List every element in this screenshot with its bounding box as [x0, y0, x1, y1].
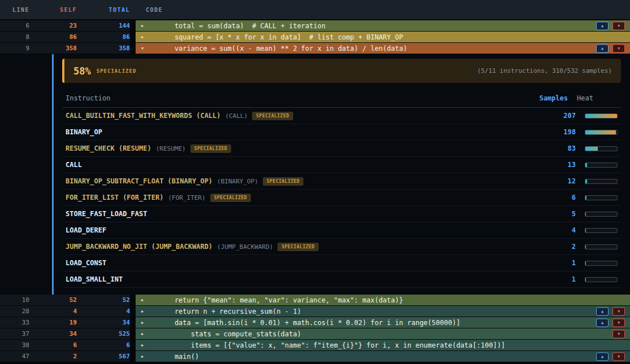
instruction-table: Instruction Samples Heat CALL_BUILTIN_FA… [62, 90, 621, 288]
code-line-row[interactable]: 8 86 86 ▶ squared = [x * x for x in data… [0, 32, 630, 42]
instruction-name: JUMP_BACKWARD_NO_JIT (JUMP_BACKWARD) [66, 243, 212, 251]
instruction-name-cell: LOAD_DEREF [66, 226, 531, 234]
code-line-row[interactable]: 37 34 525 ▶ stats = compute_stats(data) … [0, 328, 630, 339]
instruction-row: CALL_BUILTIN_FAST_WITH_KEYWORDS (CALL) (… [62, 108, 621, 124]
instruction-name: BINARY_OP_SUBTRACT_FLOAT (BINARY_OP) [66, 177, 212, 185]
code-line-row[interactable]: 6 23 144 ▶ total = sum(data) # CALL + it… [0, 20, 630, 31]
line-gutter: 8 86 86 [0, 32, 130, 42]
jump-down-button[interactable]: ▼ [612, 330, 625, 338]
line-number: 33 [0, 319, 29, 326]
line-number: 6 [0, 22, 29, 29]
heat-fill-icon [585, 179, 587, 183]
line-gutter: 10 52 52 [0, 295, 130, 305]
expand-marker-icon[interactable]: ▶ [141, 332, 149, 336]
instruction-samples: 13 [531, 161, 576, 169]
instruction-name: LOAD_DEREF [66, 226, 106, 234]
expand-marker-icon[interactable]: ▶ [141, 343, 149, 348]
code-line-row[interactable]: 28 4 4 ▶ return n + recursive_sum(n - 1)… [0, 306, 630, 317]
expand-marker-icon[interactable]: ▶ [141, 321, 149, 325]
expand-marker-icon[interactable]: ▶ [141, 298, 149, 302]
heat-bar [585, 130, 618, 135]
heat-bar [585, 163, 618, 168]
jump-down-button[interactable]: ▼ [612, 307, 625, 315]
instruction-name-cell: CALL [66, 161, 531, 169]
heat-fill-icon [585, 196, 586, 200]
line-gutter: 28 4 4 [0, 306, 130, 317]
row-nav-buttons: ▲ ▼ [596, 21, 625, 30]
heat-bar [585, 146, 618, 151]
line-gutter: 9 358 358 [0, 43, 130, 54]
sample-summary-text: (5/11 instructions, 310/532 samples) [477, 67, 612, 74]
self-samples: 34 [29, 330, 77, 337]
jump-up-button[interactable]: ▲ [596, 307, 609, 315]
jump-down-button[interactable]: ▼ [612, 318, 625, 327]
line-gutter: 6 23 144 [0, 20, 130, 31]
jump-up-button[interactable]: ▲ [596, 352, 609, 361]
instruction-row: JUMP_BACKWARD_NO_JIT (JUMP_BACKWARD) (JU… [62, 239, 621, 255]
instruction-samples: 4 [531, 226, 576, 234]
row-nav-buttons: ▲ ▼ [596, 318, 625, 327]
code-cell[interactable]: ▶ main() ▲ ▼ [136, 351, 630, 362]
jump-up-button[interactable]: ▲ [596, 318, 609, 327]
self-samples: 86 [29, 33, 77, 41]
code-line-row[interactable]: 33 19 34 ▶ data = [math.sin(i * 0.01) + … [0, 317, 630, 328]
instruction-name-cell: RESUME_CHECK (RESUME) (RESUME) SPECIALIZ… [66, 144, 531, 153]
jump-down-button[interactable]: ▼ [612, 21, 625, 30]
instruction-row: LOAD_DEREF 4 [62, 222, 621, 239]
heat-bar [585, 228, 618, 233]
total-samples: 358 [77, 45, 130, 52]
code-cell[interactable]: ▶ items = [{"value": x, "name": f"item_{… [136, 340, 630, 350]
specialized-percent: 58% [73, 65, 91, 77]
code-cell[interactable]: ▶ squared = [x * x for x in data] # list… [136, 32, 630, 42]
jump-down-button[interactable]: ▼ [612, 44, 625, 52]
code-rows-top: 6 23 144 ▶ total = sum(data) # CALL + it… [0, 20, 630, 54]
jump-up-button[interactable]: ▲ [596, 21, 609, 30]
instruction-samples: 12 [531, 177, 576, 185]
expand-marker-icon[interactable]: ▶ [141, 24, 149, 28]
expand-marker-icon[interactable]: ▼ [141, 46, 149, 51]
code-cell[interactable]: ▶ stats = compute_stats(data) ▼ [136, 328, 630, 339]
code-cell[interactable]: ▼ variance = sum((x - mean) ** 2 for x i… [136, 43, 630, 54]
line-gutter: 38 6 6 [0, 340, 130, 350]
instruction-base-opcode: (BINARY_OP) [217, 178, 258, 185]
code-rows-bottom: 10 52 52 ▶ return {"mean": mean, "var": … [0, 295, 630, 362]
expansion-indicator-line [52, 54, 54, 295]
code-line-row[interactable]: 38 6 6 ▶ items = [{"value": x, "name": f… [0, 340, 630, 350]
expand-marker-icon[interactable]: ▶ [141, 35, 149, 40]
line-gutter: 47 2 567 [0, 351, 130, 362]
self-samples: 19 [29, 319, 77, 326]
instruction-column-header: Instruction [66, 94, 523, 102]
instruction-name-cell: CALL_BUILTIN_FAST_WITH_KEYWORDS (CALL) (… [66, 112, 531, 120]
heat-fill-icon [585, 245, 586, 249]
code-line-row[interactable]: 47 2 567 ▶ main() ▲ ▼ [0, 351, 630, 362]
total-samples: 525 [77, 330, 130, 337]
heat-fill-icon [585, 278, 586, 282]
jump-down-button[interactable]: ▼ [612, 352, 625, 361]
instruction-name-cell: LOAD_SMALL_INT [66, 275, 531, 283]
self-samples: 358 [29, 45, 77, 52]
specialized-label: SPECIALIZED [97, 68, 137, 74]
code-line-row[interactable]: 10 52 52 ▶ return {"mean": mean, "var": … [0, 295, 630, 305]
specialized-badge: SPECIALIZED [277, 243, 318, 251]
instruction-rows: CALL_BUILTIN_FAST_WITH_KEYWORDS (CALL) (… [62, 108, 621, 288]
code-cell[interactable]: ▶ return {"mean": mean, "var": variance,… [136, 295, 630, 305]
code-cell[interactable]: ▶ return n + recursive_sum(n - 1) ▲ ▼ [136, 306, 630, 317]
line-number: 28 [0, 308, 29, 315]
self-samples: 23 [29, 22, 77, 29]
total-samples: 52 [77, 296, 130, 304]
jump-up-button[interactable]: ▲ [596, 44, 609, 52]
code-cell[interactable]: ▶ total = sum(data) # CALL + iteration ▲… [136, 20, 630, 31]
heat-fill-icon [585, 261, 586, 265]
instruction-row: LOAD_CONST 1 [62, 255, 621, 271]
line-number: 47 [0, 353, 29, 360]
instruction-row: FOR_ITER_LIST (FOR_ITER) (FOR_ITER) SPEC… [62, 190, 621, 206]
expand-marker-icon[interactable]: ▶ [141, 354, 149, 359]
heat-bar [585, 195, 618, 200]
expand-marker-icon[interactable]: ▶ [141, 309, 149, 314]
column-header-total: TOTAL [77, 7, 130, 13]
code-text: return n + recursive_sum(n - 1) [158, 308, 301, 315]
code-line-row[interactable]: 9 358 358 ▼ variance = sum((x - mean) **… [0, 43, 630, 54]
instruction-samples: 83 [531, 144, 576, 152]
heat-bar [585, 212, 618, 217]
code-cell[interactable]: ▶ data = [math.sin(i * 0.01) + math.cos(… [136, 317, 630, 328]
